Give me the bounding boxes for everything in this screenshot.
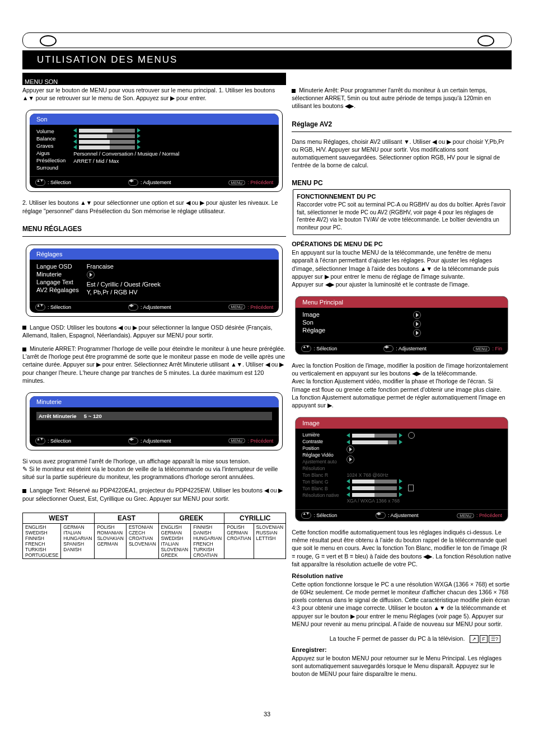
key-icons: ↗ F ☰? xyxy=(470,635,500,643)
table-cell: GERMANITALIANHUNGARIANSPANISHDANISH xyxy=(61,523,95,558)
left-arrow-icon xyxy=(73,134,77,138)
enter-icon xyxy=(346,445,354,453)
osd-label: Ajustement auto xyxy=(302,459,339,464)
right-arrow-icon xyxy=(399,433,402,438)
table-cell: ENGLISHGERMANSWEDISHITALIANSLOVENIANGREE… xyxy=(158,523,191,558)
slider-green[interactable] xyxy=(346,485,501,491)
pc-install-box: FONCTIONNEMENT DU PC Raccorder votre PC … xyxy=(293,189,510,235)
left-arrow-icon xyxy=(346,486,350,490)
osd-label: Balance xyxy=(36,135,65,142)
sub-heading: OPÉRATIONS DE MENU DE PC xyxy=(292,241,512,247)
enter-icon xyxy=(346,456,354,463)
bullet-text: Langue OSD: Utiliser les boutons ◀ ou ▶ … xyxy=(22,323,286,339)
osd-footer: : Sélection : Adjustement MENU: Précéden… xyxy=(30,176,279,188)
osd-label: Contraste xyxy=(302,439,339,444)
osd-footer: : Sélection : Adjustement MENU: Précéden… xyxy=(296,509,508,521)
slider-brightness[interactable] xyxy=(346,432,501,439)
slider-red[interactable] xyxy=(346,479,501,483)
osd-title: Image xyxy=(296,417,508,429)
osd-label: Langage Text xyxy=(36,279,79,285)
left-arrow-icon xyxy=(346,492,350,497)
osd-label: Langue OSD xyxy=(36,263,79,270)
osd-footer: : Sélection : Adjustement MENU: Précéden… xyxy=(30,435,279,447)
osd-label: Graves xyxy=(36,143,65,149)
osd-label: Résolution xyxy=(302,466,339,471)
right-arrow-icon xyxy=(399,479,402,483)
table-header: GREEK xyxy=(158,513,224,523)
menu-pill-icon: MENU xyxy=(457,513,474,518)
osd-label: Lumière xyxy=(302,432,339,438)
page-number: 33 xyxy=(22,711,512,717)
ring-icon xyxy=(477,35,494,46)
osd-main-menu: Menu Principal Image Son Réglage : Sélec… xyxy=(295,296,508,355)
slider-bass[interactable] xyxy=(73,139,272,144)
osd-highlight-row[interactable]: Arrêt Minuterie 5 ~ 120 xyxy=(36,412,272,420)
enter-icon xyxy=(413,320,421,328)
slider-balance[interactable] xyxy=(73,134,272,138)
osd-label: Son xyxy=(302,319,325,326)
leftright-icon xyxy=(128,438,138,444)
osd-label: AV2 Régalages xyxy=(36,287,79,293)
osd-minuterie: Minuterie Arrêt Minuterie 5 ~ 120 : Séle… xyxy=(26,392,283,450)
section-heading: MENU RÉGLAGES xyxy=(22,225,286,233)
bullet-text: Minuterie ARRET: Programmer l'horloge de… xyxy=(22,345,286,384)
leftright-icon xyxy=(376,512,386,519)
bullet-text: Langage Text: Réservé au PDP4220EA1, pro… xyxy=(22,486,286,502)
left-arrow-icon xyxy=(73,145,77,149)
osd-footer: : Sélection : Adjustement MENU: Précéden… xyxy=(30,301,279,313)
osd-value: Personnel / Conversation / Musique / Nor… xyxy=(73,151,272,157)
osd-label: Ton Blanc R xyxy=(302,472,339,478)
enter-icon xyxy=(413,329,421,337)
leftright-icon xyxy=(128,179,138,186)
osd-title: Minuterie xyxy=(30,396,279,407)
osd-title: Son xyxy=(30,114,279,125)
table-header: EAST xyxy=(95,513,158,523)
slider-blue[interactable] xyxy=(346,492,501,497)
table-cell: POLISHGERMANCROATIAN xyxy=(224,523,254,558)
updown-icon xyxy=(301,512,311,519)
menu-pill-icon: MENU xyxy=(228,304,246,309)
osd-value: 5 ~ 120 xyxy=(84,413,102,419)
menu-pill-icon: MENU xyxy=(473,346,490,351)
menu-pill-icon: MENU xyxy=(228,180,246,185)
note-icon xyxy=(408,485,414,491)
slider-treble[interactable] xyxy=(73,145,272,149)
slider-contrast[interactable] xyxy=(346,440,501,444)
sub-heading: Enregistrer: xyxy=(292,646,512,653)
osd-son: Son Volume Balance Graves Aigus Présélec… xyxy=(26,110,283,192)
osd-label: Réglage xyxy=(302,327,325,334)
bullet-icon xyxy=(22,348,26,351)
osd-title: Réglages xyxy=(30,248,279,260)
osd-label: Arrêt Minuterie xyxy=(39,413,77,419)
section-heading: Réglage AV2 xyxy=(292,120,512,128)
menu-pill-icon: MENU xyxy=(228,438,246,443)
divider xyxy=(292,132,512,132)
divider xyxy=(22,236,286,237)
osd-value: Y, Pb,Pr / RGB HV xyxy=(87,289,273,295)
osd-label: Minuterie xyxy=(36,271,79,278)
note-text: Si vous avez programmé l'arrêt de l'horl… xyxy=(22,457,286,481)
key-icon: ↗ xyxy=(470,635,479,643)
osd-label: Ton Blanc G xyxy=(302,479,339,485)
body-text: Cette option fonctionne lorsque le PC a … xyxy=(292,580,512,628)
right-arrow-icon xyxy=(137,128,140,133)
leftright-icon xyxy=(128,304,138,311)
osd-label: Image xyxy=(302,311,325,318)
remote-key-row: La touche F permet de passer du PC à la … xyxy=(292,635,500,643)
osd-label: Volume xyxy=(36,128,65,134)
table-header: WEST xyxy=(23,513,95,523)
section-title: MENU SON xyxy=(25,78,58,85)
slider-volume[interactable] xyxy=(73,128,272,133)
table-cell: SLOVENIANRUSSIANLETTISH xyxy=(254,523,286,558)
sub-heading: FONCTIONNEMENT DU PC xyxy=(297,193,507,200)
body-text: Raccorder votre PC soit au terminal PC-A… xyxy=(297,201,507,231)
osd-value: ARRET / Mid / Max xyxy=(73,158,272,164)
table-cell: POLISHROMANIANSLOVAKIANGERMAN xyxy=(95,523,127,558)
section-heading: MENU PC xyxy=(292,179,512,187)
key-icon: ☰? xyxy=(489,635,500,643)
osd-value: 1024 X 768 @60Hz xyxy=(346,472,501,478)
updown-icon xyxy=(35,179,45,186)
left-arrow-icon xyxy=(73,128,77,133)
left-arrow-icon xyxy=(73,139,77,144)
left-arrow-icon xyxy=(346,479,350,483)
